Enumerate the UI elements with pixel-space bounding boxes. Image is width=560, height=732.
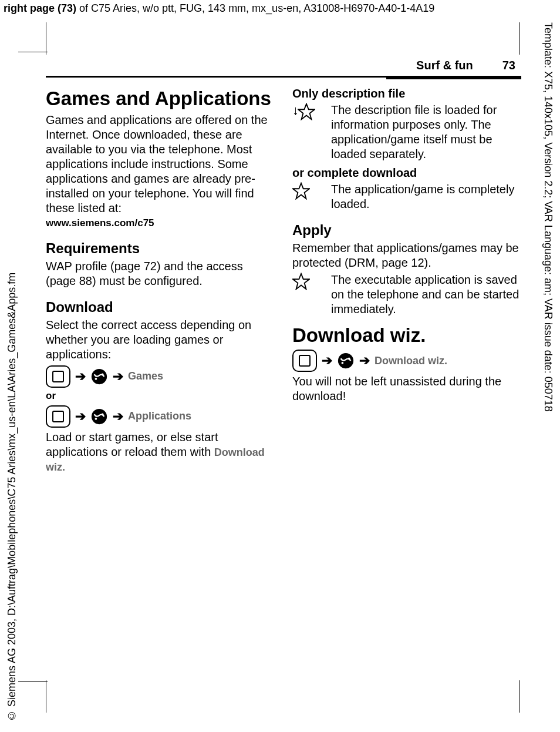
svg-point-3 (92, 408, 107, 424)
heading-only-description: Only description file (292, 87, 521, 100)
print-header-rest: of C75 Aries, w/o ptt, FUG, 143 mm, mx_u… (76, 2, 434, 14)
header-rule (46, 76, 521, 78)
after-nav-text-part1: Load or start games, or else start appli… (46, 431, 218, 458)
crop-mark (519, 680, 520, 713)
svg-point-0 (92, 368, 107, 384)
after-nav-text: Load or start games, or else start appli… (46, 430, 275, 474)
nav-label-applications: Applications (128, 410, 191, 422)
heading-complete-download: or complete download (292, 166, 521, 180)
nav-label-download-wiz: Download wiz. (375, 355, 447, 367)
entry-text: The application/game is completely loade… (331, 182, 521, 211)
svg-marker-8 (293, 274, 309, 289)
section-title: Surf & fun (416, 59, 473, 72)
requirements-text: WAP profile (page 72) and the access (pa… (46, 259, 275, 288)
page-number: 73 (502, 59, 515, 72)
svg-marker-6 (298, 104, 315, 119)
entry-description-file: ↓ The description file is loaded for inf… (292, 103, 521, 162)
template-info-side: Template: X75, 140x105, Version 2.2; VAR… (540, 22, 554, 504)
running-head: Surf & fun 73 (46, 59, 521, 72)
svg-point-5 (102, 413, 104, 415)
heading-download-wiz: Download wiz. (292, 325, 521, 346)
nav-path-applications: ➔ ➔ Applications (46, 405, 275, 428)
copyright-side: © Siemens AG 2003, D:\Auftrag\Mobilephon… (6, 263, 20, 721)
internet-globe-icon (90, 408, 108, 425)
heading-download: Download (46, 299, 275, 315)
download-text: Select the correct access depending on w… (46, 318, 275, 362)
svg-point-11 (348, 358, 350, 360)
print-header: right page (73) of C75 Aries, w/o ptt, F… (4, 2, 434, 15)
arrow-icon: ➔ (113, 370, 123, 383)
nav-path-download-wiz: ➔ ➔ Download wiz. (292, 350, 521, 372)
star-icon (292, 182, 321, 211)
svg-point-2 (102, 373, 104, 375)
nav-label-games: Games (128, 370, 163, 382)
svg-point-4 (95, 417, 97, 419)
or-separator: or (46, 390, 275, 402)
star-icon (292, 273, 321, 317)
apply-text: Remember that applications/games may be … (292, 241, 521, 270)
internet-globe-icon (337, 352, 355, 370)
left-column: Games and Applications Games and applica… (46, 86, 275, 476)
heading-requirements: Requirements (46, 240, 275, 257)
right-column: Only description file ↓ The description … (292, 86, 521, 476)
arrow-icon: ➔ (75, 370, 86, 383)
crop-mark (519, 22, 520, 55)
arrow-icon: ➔ (75, 410, 86, 423)
svg-point-9 (338, 353, 353, 368)
heading-games-and-applications: Games and Applications (46, 88, 275, 109)
entry-complete-download: The application/game is completely loade… (292, 182, 521, 211)
svg-point-1 (95, 377, 97, 380)
entry-text: The executable application is saved on t… (331, 273, 521, 317)
entry-apply: The executable application is saved on t… (292, 273, 521, 317)
entry-text: The description file is loaded for infor… (331, 103, 521, 162)
download-star-icon: ↓ (292, 103, 321, 162)
crop-mark (18, 52, 48, 52)
arrow-icon: ➔ (322, 354, 332, 367)
download-wiz-text: You will not be left unassisted during t… (292, 374, 521, 404)
intro-link: www.siemens.com/c75 (46, 217, 275, 229)
menu-key-icon (46, 405, 70, 428)
crop-mark (46, 680, 46, 713)
arrow-icon: ➔ (113, 410, 123, 423)
heading-apply: Apply (292, 222, 521, 239)
svg-point-10 (342, 362, 344, 364)
crop-mark (46, 22, 46, 55)
svg-marker-7 (293, 183, 309, 199)
page-body: Surf & fun 73 Games and Applications Gam… (46, 59, 521, 476)
arrow-icon: ➔ (359, 354, 370, 367)
print-header-page: right page (73) (4, 2, 76, 14)
menu-key-icon (46, 365, 70, 388)
nav-path-games: ➔ ➔ Games (46, 365, 275, 388)
crop-mark (18, 681, 48, 682)
internet-globe-icon (90, 368, 108, 385)
intro-text: Games and applications are offered on th… (46, 113, 275, 216)
menu-key-icon (292, 350, 317, 372)
